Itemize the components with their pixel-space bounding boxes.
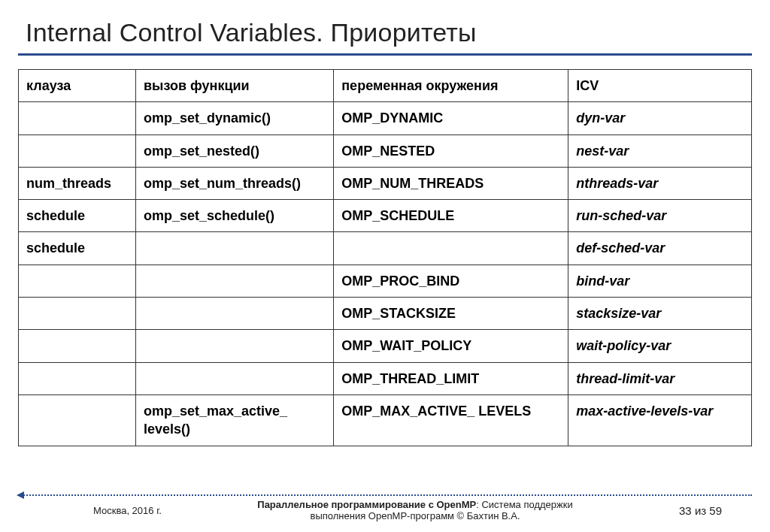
table-row: omp_set_nested()OMP_NESTEDnest-var: [19, 135, 752, 167]
table-row: OMP_WAIT_POLICYwait-policy-var: [19, 330, 752, 362]
cell-call: omp_set_nested(): [136, 135, 334, 167]
slide-title: Internal Control Variables. Приоритеты: [26, 18, 752, 47]
footer-page: 33 из 59: [602, 504, 752, 517]
col-header-icv: ICV: [568, 70, 752, 102]
cell-clause: [19, 362, 136, 394]
footer-left: Москва, 2016 г.: [18, 505, 229, 516]
cell-call: omp_set_dynamic(): [136, 102, 334, 135]
cell-env: OMP_NUM_THREADS: [334, 167, 568, 199]
table-header-row: клауза вызов функции переменная окружени…: [19, 70, 752, 102]
cell-clause: num_threads: [19, 167, 136, 199]
cell-icv: nthreads-var: [568, 167, 752, 199]
cell-call: [136, 298, 334, 330]
icv-table: клауза вызов функции переменная окружени…: [18, 69, 752, 446]
cell-env: OMP_PROC_BIND: [334, 264, 568, 297]
cell-icv: dyn-var: [568, 102, 752, 135]
cell-env: OMP_SCHEDULE: [334, 200, 568, 232]
table-row: OMP_STACKSIZEstacksize-var: [19, 298, 752, 330]
table-row: OMP_THREAD_LIMITthread-limit-var: [19, 362, 752, 394]
cell-icv: def-sched-var: [568, 232, 752, 264]
cell-call: [136, 330, 334, 362]
col-header-call: вызов функции: [136, 70, 334, 102]
col-header-clause: клауза: [19, 70, 136, 102]
cell-call: [136, 232, 334, 264]
cell-icv: max-active-levels-var: [568, 394, 752, 446]
table-row: scheduledef-sched-var: [19, 232, 752, 264]
table-row: scheduleomp_set_schedule()OMP_SCHEDULEru…: [19, 200, 752, 232]
cell-clause: [19, 102, 136, 135]
footer-center-bold: Параллельное программирование с OpenMP: [257, 499, 476, 510]
col-header-env: переменная окружения: [334, 70, 568, 102]
cell-clause: schedule: [19, 232, 136, 264]
cell-icv: bind-var: [568, 264, 752, 297]
cell-env: OMP_WAIT_POLICY: [334, 330, 568, 362]
cell-icv: stacksize-var: [568, 298, 752, 330]
cell-clause: schedule: [19, 200, 136, 232]
cell-call: [136, 264, 334, 297]
footer-center: Параллельное программирование с OpenMP: …: [229, 499, 602, 521]
cell-clause: [19, 135, 136, 167]
cell-env: OMP_STACKSIZE: [334, 298, 568, 330]
table-row: omp_set_dynamic()OMP_DYNAMICdyn-var: [19, 102, 752, 135]
cell-env: OMP_THREAD_LIMIT: [334, 362, 568, 394]
table-row: OMP_PROC_BINDbind-var: [19, 264, 752, 297]
cell-env: OMP_NESTED: [334, 135, 568, 167]
cell-call: omp_set_schedule(): [136, 200, 334, 232]
cell-clause: [19, 330, 136, 362]
cell-icv: run-sched-var: [568, 200, 752, 232]
cell-env: OMP_MAX_ACTIVE_ LEVELS: [334, 394, 568, 446]
cell-env: [334, 232, 568, 264]
table-row: omp_set_max_active_ levels()OMP_MAX_ACTI…: [19, 394, 752, 446]
cell-icv: wait-policy-var: [568, 330, 752, 362]
cell-clause: [19, 298, 136, 330]
cell-clause: [19, 264, 136, 297]
cell-clause: [19, 394, 136, 446]
arrow-left-icon: [17, 491, 24, 499]
cell-call: omp_set_max_active_ levels(): [136, 394, 334, 446]
footer-divider: [18, 494, 752, 496]
title-rule: [18, 53, 752, 56]
table-row: num_threadsomp_set_num_threads()OMP_NUM_…: [19, 167, 752, 199]
cell-icv: nest-var: [568, 135, 752, 167]
cell-call: omp_set_num_threads(): [136, 167, 334, 199]
cell-env: OMP_DYNAMIC: [334, 102, 568, 135]
cell-call: [136, 362, 334, 394]
cell-icv: thread-limit-var: [568, 362, 752, 394]
